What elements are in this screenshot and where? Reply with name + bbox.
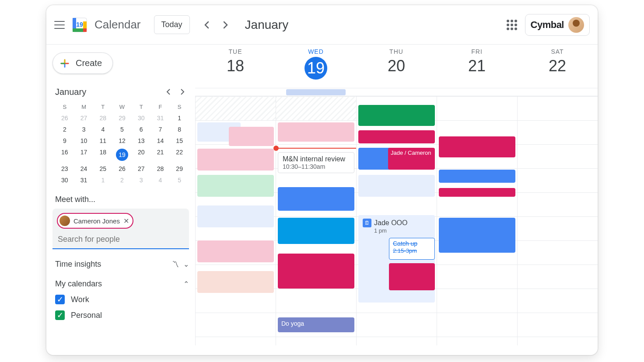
mini-day[interactable]: 8: [170, 126, 189, 133]
event-block[interactable]: [197, 271, 274, 293]
mini-day[interactable]: 12: [112, 137, 132, 144]
time-insights-row[interactable]: Time insights 〽 ⌄: [52, 260, 189, 269]
mini-day[interactable]: 9: [55, 137, 74, 144]
mini-day[interactable]: 11: [93, 137, 112, 144]
time-grid[interactable]: M&N internal review 10:30–11:30am Do yog…: [195, 96, 598, 345]
mini-day[interactable]: 29: [112, 115, 132, 122]
mini-day[interactable]: 13: [132, 137, 151, 144]
mini-day[interactable]: 2: [112, 177, 132, 184]
calendar-item[interactable]: ✓Work: [55, 295, 189, 304]
suggested-event[interactable]: M&N internal review 10:30–11:30am: [278, 152, 354, 173]
event-block[interactable]: [278, 122, 354, 142]
mini-next-button[interactable]: [176, 85, 189, 98]
mini-day[interactable]: 3: [74, 126, 94, 133]
google-apps-icon[interactable]: [507, 20, 517, 30]
event-block[interactable]: [278, 218, 354, 244]
ooo-icon: 🗓: [363, 219, 371, 227]
event-block[interactable]: [278, 254, 354, 289]
person-chip[interactable]: Cameron Jones ✕: [57, 213, 133, 229]
event-block[interactable]: Do yoga: [278, 317, 354, 332]
mini-day[interactable]: 5: [112, 126, 132, 133]
mini-day[interactable]: 14: [151, 137, 170, 144]
day-header[interactable]: WED19: [276, 45, 356, 88]
mini-day[interactable]: 28: [93, 115, 112, 122]
mini-day[interactable]: 7: [151, 126, 170, 133]
mini-day[interactable]: 27: [74, 115, 94, 122]
mini-day[interactable]: 1: [93, 177, 112, 184]
mini-day[interactable]: 4: [151, 177, 170, 184]
mini-day[interactable]: 30: [55, 177, 74, 184]
mini-day[interactable]: 27: [132, 165, 151, 172]
mini-day[interactable]: 28: [151, 165, 170, 172]
remove-chip-icon[interactable]: ✕: [123, 217, 129, 225]
menu-icon[interactable]: [54, 20, 65, 30]
event-block[interactable]: [197, 205, 274, 227]
mini-day[interactable]: 6: [132, 126, 151, 133]
mini-day[interactable]: 10: [74, 137, 94, 144]
create-button[interactable]: Create: [52, 52, 113, 74]
today-button[interactable]: Today: [154, 15, 190, 34]
my-calendars-row[interactable]: My calendars ⌃: [52, 279, 189, 289]
day-header[interactable]: SAT22: [517, 45, 598, 88]
day-header[interactable]: TUE18: [195, 45, 276, 88]
plus-icon: [60, 59, 70, 68]
mini-day[interactable]: 3: [132, 177, 151, 184]
event-block[interactable]: [389, 263, 435, 290]
calendar-checkbox[interactable]: ✓: [55, 310, 65, 320]
mini-day[interactable]: 1: [170, 115, 189, 122]
day-header[interactable]: FRI21: [437, 45, 517, 88]
day-column-sat: [517, 96, 598, 345]
person-chip-name: Cameron Jones: [74, 217, 120, 225]
mini-day[interactable]: 19: [112, 149, 132, 161]
event-block[interactable]: [358, 130, 435, 143]
calendar-item[interactable]: ✓Personal: [55, 310, 189, 320]
event-block[interactable]: [439, 170, 515, 183]
prev-period-button[interactable]: [198, 16, 215, 34]
day-header[interactable]: THU20: [356, 45, 437, 88]
event-block[interactable]: [197, 240, 274, 262]
allday-event[interactable]: [286, 89, 346, 95]
account-chip[interactable]: Cymbal: [525, 14, 590, 36]
event-block[interactable]: [358, 175, 435, 197]
brand-name: Cymbal: [531, 19, 564, 31]
mini-day[interactable]: 30: [132, 115, 151, 122]
mini-day[interactable]: 20: [132, 149, 151, 161]
event-block[interactable]: [197, 175, 274, 197]
mini-day[interactable]: 18: [93, 149, 112, 161]
mini-day[interactable]: 31: [74, 177, 94, 184]
mini-day[interactable]: 4: [93, 126, 112, 133]
mini-day[interactable]: 24: [74, 165, 94, 172]
mini-day[interactable]: 5: [170, 177, 189, 184]
day-column-tue: [195, 96, 276, 345]
next-period-button[interactable]: [217, 16, 234, 34]
mini-day[interactable]: 25: [93, 165, 112, 172]
calendar-checkbox[interactable]: ✓: [55, 295, 65, 304]
mini-day[interactable]: 23: [55, 165, 74, 172]
event-block[interactable]: [358, 105, 435, 126]
event-block[interactable]: Jade / Cameron: [388, 148, 435, 170]
mini-day[interactable]: 26: [112, 165, 132, 172]
mini-day[interactable]: 17: [74, 149, 94, 161]
svg-text:19: 19: [76, 21, 83, 28]
date-number: 22: [517, 57, 598, 75]
suggested-event-title: M&N internal review: [283, 155, 345, 163]
mini-calendar: January SMTWTFS2627282930311234567891011…: [52, 85, 189, 184]
event-block[interactable]: [439, 218, 515, 253]
mini-day[interactable]: 2: [55, 126, 74, 133]
mini-day[interactable]: 29: [170, 165, 189, 172]
declined-event[interactable]: Catch up 2:15-3pm: [389, 238, 435, 260]
mini-prev-button[interactable]: [162, 85, 175, 98]
search-people-input[interactable]: [57, 229, 185, 248]
event-block[interactable]: [197, 149, 274, 171]
event-block[interactable]: [439, 136, 515, 157]
mini-day[interactable]: 31: [151, 115, 170, 122]
mini-dow: M: [74, 104, 94, 110]
event-block[interactable]: [439, 188, 515, 197]
mini-day[interactable]: 15: [170, 137, 189, 144]
event-block[interactable]: [229, 127, 274, 146]
mini-day[interactable]: 16: [55, 149, 74, 161]
event-block[interactable]: [278, 187, 354, 211]
mini-day[interactable]: 26: [55, 115, 74, 122]
mini-day[interactable]: 22: [170, 149, 189, 161]
mini-day[interactable]: 21: [151, 149, 170, 161]
